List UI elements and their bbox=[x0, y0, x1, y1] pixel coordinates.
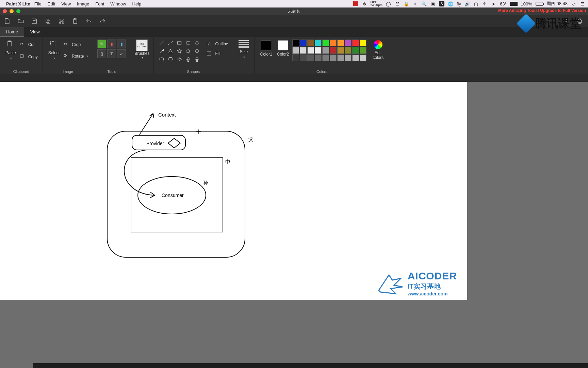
tool-fill[interactable]: ▮ bbox=[107, 40, 116, 48]
color1-button[interactable]: Color1 bbox=[259, 40, 273, 57]
fill-toggle[interactable]: Fill bbox=[206, 50, 229, 57]
app-name[interactable]: Paint X Lite bbox=[6, 1, 30, 6]
shape-line[interactable] bbox=[158, 40, 165, 46]
tool-eyedropper[interactable]: ↙ bbox=[117, 49, 126, 58]
tab-home[interactable]: Home bbox=[0, 27, 24, 37]
edit-colors-button[interactable]: Edit colors bbox=[371, 40, 385, 61]
sound-icon[interactable]: 🔊 bbox=[464, 1, 470, 6]
shape-diamond[interactable] bbox=[193, 48, 201, 55]
shape-polygon-tool[interactable] bbox=[158, 48, 165, 55]
undo-icon[interactable] bbox=[85, 17, 93, 25]
menu-edit[interactable]: Edit bbox=[48, 1, 55, 6]
shape-triangle[interactable] bbox=[167, 48, 174, 55]
shape-pentagon[interactable] bbox=[158, 56, 165, 63]
menu-help[interactable]: Help bbox=[132, 1, 142, 6]
weather-status[interactable]: 63° bbox=[500, 1, 507, 6]
color-swatch-15[interactable] bbox=[330, 47, 337, 54]
color2-button[interactable]: Color2 bbox=[276, 40, 290, 57]
color-swatch-14[interactable] bbox=[322, 47, 329, 54]
paste-button[interactable]: Paste bbox=[4, 40, 17, 61]
spotlight-icon[interactable]: 🔍 bbox=[421, 1, 427, 6]
istat-icon[interactable] bbox=[353, 1, 358, 6]
shape-arrow-up2[interactable] bbox=[193, 56, 201, 63]
tool-eraser[interactable]: ▯ bbox=[97, 49, 106, 58]
app-s-icon[interactable]: S bbox=[439, 1, 444, 6]
color-swatch-22[interactable] bbox=[307, 55, 314, 61]
battery-percent[interactable]: 100% bbox=[521, 1, 532, 6]
tab-view[interactable]: View bbox=[24, 27, 46, 37]
window-zoom-button[interactable] bbox=[16, 9, 20, 13]
tool-pencil[interactable]: ✎ bbox=[97, 40, 106, 48]
temperature-readout[interactable]: 60°C 2484rpm bbox=[370, 1, 382, 7]
telegram-icon[interactable]: ✈ bbox=[482, 1, 488, 6]
shape-ellipse[interactable] bbox=[193, 40, 201, 46]
shape-arrow-up[interactable] bbox=[184, 56, 192, 63]
color-swatch-7[interactable] bbox=[345, 40, 352, 46]
save-file-icon[interactable] bbox=[31, 17, 38, 25]
copy-button[interactable]: ❐ Copy bbox=[19, 53, 38, 61]
color-swatch-5[interactable] bbox=[330, 40, 337, 46]
color-swatch-17[interactable] bbox=[345, 47, 352, 54]
creative-cloud-icon[interactable]: ◯ bbox=[386, 1, 391, 6]
rotate-button[interactable]: ⟳ Rotate bbox=[63, 52, 89, 60]
upgrade-banner[interactable]: More Amazing Tools! Upgrade to Full Vers… bbox=[498, 8, 586, 13]
display-icon[interactable]: ▣ bbox=[430, 1, 436, 6]
menu-view[interactable]: View bbox=[61, 1, 71, 6]
airplay-icon[interactable]: ▢ bbox=[473, 1, 479, 6]
location-icon[interactable]: ➤ bbox=[491, 1, 496, 6]
shape-rect[interactable] bbox=[176, 40, 183, 46]
lock-icon[interactable]: 🔒 bbox=[404, 1, 409, 6]
color-swatch-18[interactable] bbox=[352, 47, 359, 54]
select-button[interactable]: Select bbox=[47, 40, 61, 61]
tool-text[interactable]: T bbox=[107, 49, 116, 58]
shape-roundrect[interactable] bbox=[184, 40, 192, 46]
menu-image[interactable]: Image bbox=[77, 1, 89, 6]
user-fastswitch[interactable]: fly bbox=[457, 1, 461, 6]
cut-icon[interactable] bbox=[58, 17, 65, 25]
shape-star[interactable] bbox=[176, 48, 183, 55]
menu-window[interactable]: Window bbox=[110, 1, 126, 6]
menubar-rect-icon[interactable] bbox=[510, 2, 518, 6]
color-swatch-28[interactable] bbox=[352, 55, 359, 61]
menu-file[interactable]: File bbox=[34, 1, 42, 6]
color-swatch-9[interactable] bbox=[360, 40, 366, 46]
window-minimize-button[interactable] bbox=[10, 9, 14, 13]
color-swatch-21[interactable] bbox=[300, 55, 307, 61]
redo-icon[interactable] bbox=[99, 17, 106, 25]
menu-font[interactable]: Font bbox=[95, 1, 104, 6]
color-swatch-19[interactable] bbox=[360, 47, 366, 54]
color-swatch-10[interactable] bbox=[292, 47, 299, 54]
window-close-button[interactable] bbox=[3, 9, 7, 13]
color-swatch-8[interactable] bbox=[352, 40, 359, 46]
paste-icon[interactable] bbox=[71, 17, 79, 25]
horizontal-scrollbar[interactable] bbox=[33, 363, 588, 368]
size-button[interactable]: Size bbox=[237, 40, 250, 60]
color-swatch-6[interactable] bbox=[337, 40, 344, 46]
open-file-icon[interactable] bbox=[17, 17, 24, 25]
wifi-icon[interactable]: ◇ bbox=[571, 1, 576, 6]
cut-button[interactable]: ✂ Cut bbox=[19, 41, 38, 48]
color-swatch-26[interactable] bbox=[337, 55, 344, 61]
crop-button[interactable]: ✂ Crop bbox=[63, 41, 89, 48]
stack-icon[interactable]: ☱ bbox=[395, 1, 400, 6]
color-swatch-23[interactable] bbox=[315, 55, 322, 61]
color-swatch-0[interactable] bbox=[292, 40, 299, 46]
color-swatch-24[interactable] bbox=[322, 55, 329, 61]
color-swatch-20[interactable] bbox=[292, 55, 299, 61]
fan-icon[interactable]: ✻ bbox=[361, 1, 367, 6]
outline-toggle[interactable]: Outline bbox=[206, 41, 229, 47]
battery-icon[interactable] bbox=[536, 2, 543, 6]
color-swatch-29[interactable] bbox=[360, 55, 366, 61]
color-swatch-2[interactable] bbox=[307, 40, 314, 46]
color-swatch-1[interactable] bbox=[300, 40, 307, 46]
bluetooth-icon[interactable]: ᚼ bbox=[412, 1, 418, 6]
shape-star6[interactable] bbox=[184, 48, 192, 55]
shape-hexagon[interactable] bbox=[167, 56, 174, 63]
color-swatch-13[interactable] bbox=[315, 47, 322, 54]
copy-icon[interactable] bbox=[44, 17, 52, 25]
control-center-icon[interactable]: ☰ bbox=[580, 1, 585, 6]
brushes-button[interactable]: Ink Th nPen Brushes bbox=[134, 40, 149, 59]
color-swatch-4[interactable] bbox=[322, 40, 329, 46]
clock[interactable]: 周四 08:48 bbox=[546, 1, 568, 7]
color-swatch-11[interactable] bbox=[300, 47, 307, 54]
